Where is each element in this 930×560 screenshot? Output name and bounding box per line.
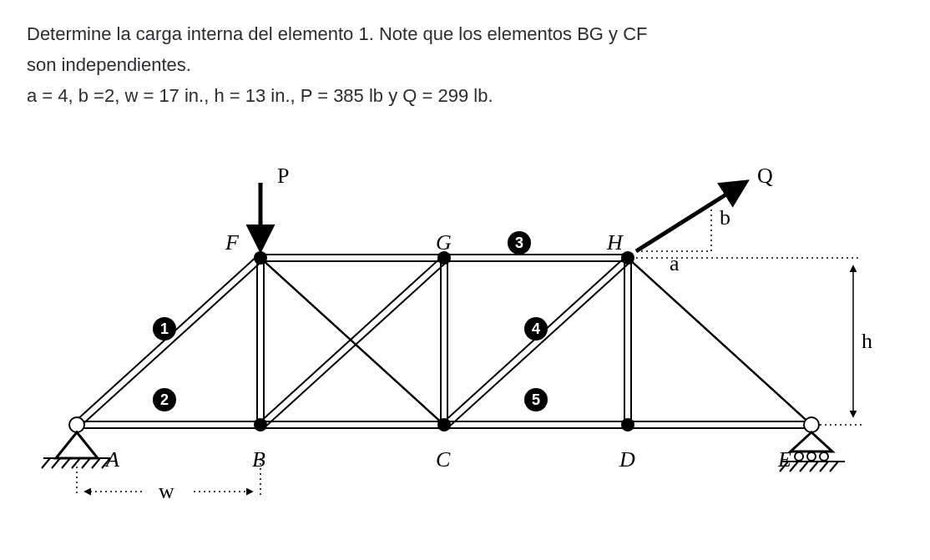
svg-line-37 — [810, 462, 818, 472]
support-pin-A — [42, 417, 110, 468]
label-P: P — [277, 164, 289, 188]
svg-text:1: 1 — [160, 320, 169, 337]
node-H — [621, 251, 634, 265]
badge-2: 2 — [153, 388, 176, 411]
badge-4: 4 — [524, 317, 548, 341]
svg-text:5: 5 — [532, 391, 540, 408]
problem-line-3: a = 4, b =2, w = 17 in., h = 13 in., P =… — [27, 82, 903, 109]
badge-3: 3 — [508, 231, 531, 255]
member-HE — [626, 256, 815, 428]
node-B — [254, 418, 267, 431]
label-H: H — [606, 230, 624, 255]
label-C: C — [436, 447, 451, 472]
svg-point-30 — [795, 452, 803, 461]
svg-line-25 — [72, 458, 80, 468]
svg-point-32 — [820, 452, 828, 461]
svg-point-20 — [69, 417, 84, 432]
svg-line-26 — [82, 458, 90, 468]
label-F: F — [225, 230, 240, 255]
truss-diagram: P Q a b h w A B C D E F G H 1 2 — [27, 124, 878, 525]
badge-5: 5 — [524, 388, 548, 411]
label-a: a — [670, 251, 680, 275]
label-Q: Q — [757, 164, 773, 188]
svg-line-24 — [62, 458, 70, 468]
svg-point-31 — [807, 452, 816, 461]
label-E: E — [777, 447, 791, 472]
label-B: B — [252, 447, 265, 472]
svg-line-38 — [820, 462, 828, 472]
svg-text:3: 3 — [515, 235, 523, 251]
vertical-CG — [441, 258, 447, 425]
load-Q: Q a b — [636, 164, 773, 275]
svg-text:2: 2 — [160, 391, 169, 408]
problem-statement: Determine la carga interna del elemento … — [27, 20, 903, 109]
svg-point-29 — [804, 417, 819, 432]
svg-line-36 — [800, 462, 808, 472]
node-C — [437, 418, 451, 431]
label-w: w — [159, 479, 174, 503]
load-P: P — [260, 164, 289, 248]
svg-line-19 — [631, 261, 815, 428]
label-G: G — [436, 230, 452, 255]
svg-text:4: 4 — [532, 320, 540, 337]
label-D: D — [619, 447, 635, 472]
vertical-DH — [624, 258, 631, 425]
svg-line-39 — [830, 462, 838, 472]
label-b: b — [720, 205, 730, 230]
svg-line-23 — [52, 458, 60, 468]
node-D — [621, 418, 634, 431]
svg-line-22 — [42, 458, 50, 468]
svg-line-27 — [92, 458, 100, 468]
member-FC — [259, 256, 447, 428]
problem-line-1: Determine la carga interna del elemento … — [27, 20, 903, 48]
vertical-BF — [257, 258, 264, 425]
label-A: A — [104, 447, 119, 472]
node-F — [254, 251, 267, 265]
problem-line-2: son independientes. — [27, 51, 903, 78]
badge-1: 1 — [153, 317, 176, 341]
dimension-h: h — [636, 258, 872, 425]
label-h: h — [862, 329, 872, 353]
